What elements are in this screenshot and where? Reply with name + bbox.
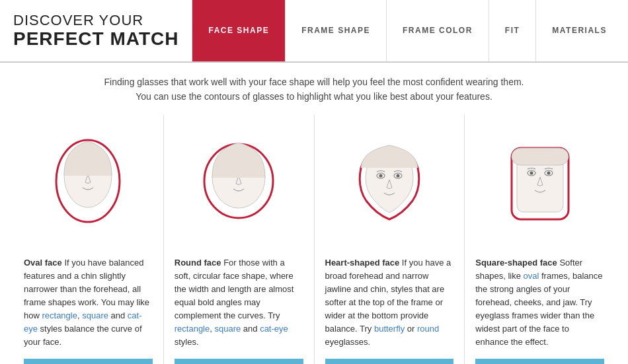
subtitle-area: Finding glasses that work well with your… bbox=[0, 63, 628, 115]
brand-area: DISCOVER YOUR PERFECT MATCH bbox=[0, 0, 192, 61]
brand-line2: PERFECT MATCH bbox=[13, 29, 178, 50]
nav-tabs: FACE SHAPEFRAME SHAPEFRAME COLORFITMATER… bbox=[192, 0, 628, 61]
heart-title: Heart-shaped face bbox=[325, 258, 400, 268]
nav-tab-frame-color[interactable]: FRAME COLOR bbox=[386, 0, 489, 61]
square-illustration bbox=[475, 115, 604, 247]
round-link-square[interactable]: square bbox=[214, 324, 241, 334]
face-col-round: Round face For those with a soft, circul… bbox=[164, 115, 314, 364]
subtitle-line1: Finding glasses that work well with your… bbox=[40, 75, 588, 89]
square-description: Square-shaped face Softer shapes, like o… bbox=[475, 256, 604, 349]
heart-find-frames-button[interactable]: FIND FRAMES bbox=[325, 359, 454, 364]
square-face-svg bbox=[497, 122, 583, 240]
heart-description: Heart-shaped face If you have a broad fo… bbox=[325, 256, 454, 349]
heart-link-butterfly[interactable]: butterfly bbox=[374, 324, 405, 334]
oval-face-svg bbox=[45, 122, 131, 240]
square-title: Square-shaped face bbox=[475, 258, 557, 268]
round-link-cat-eye[interactable]: cat-eye bbox=[260, 324, 288, 334]
oval-find-frames-button[interactable]: FIND FRAMES bbox=[24, 359, 153, 364]
round-link-rectangle[interactable]: rectangle bbox=[175, 324, 210, 334]
round-illustration bbox=[175, 115, 303, 247]
nav-tab-face-shape[interactable]: FACE SHAPE bbox=[192, 0, 285, 61]
svg-point-14 bbox=[379, 174, 382, 177]
round-title: Round face bbox=[175, 258, 221, 268]
heart-link-round[interactable]: round bbox=[417, 324, 439, 334]
face-col-oval: Oval face If you have balanced features … bbox=[13, 115, 163, 364]
round-find-frames-button[interactable]: FIND FRAMES bbox=[175, 359, 303, 364]
nav-tab-fit[interactable]: FIT bbox=[489, 0, 536, 61]
subtitle-line2: You can use the contours of glasses to h… bbox=[40, 89, 588, 104]
oval-link-rectangle[interactable]: rectangle bbox=[42, 310, 77, 320]
round-description: Round face For those with a soft, circul… bbox=[175, 256, 303, 349]
oval-description: Oval face If you have balanced features … bbox=[24, 256, 153, 349]
svg-rect-22 bbox=[512, 148, 569, 165]
round-face-svg bbox=[196, 122, 282, 240]
oval-title: Oval face bbox=[24, 258, 62, 268]
face-col-square: Square-shaped face Softer shapes, like o… bbox=[465, 115, 615, 364]
faces-grid: Oval face If you have balanced features … bbox=[0, 115, 628, 364]
oval-illustration bbox=[24, 115, 153, 247]
face-col-heart: Heart-shaped face If you have a broad fo… bbox=[315, 115, 465, 364]
square-find-frames-button[interactable]: FIND FRAMES bbox=[475, 359, 604, 364]
square-link-oval[interactable]: oval bbox=[524, 271, 539, 281]
svg-point-20 bbox=[530, 171, 533, 174]
heart-illustration bbox=[325, 115, 454, 247]
oval-link-square[interactable]: square bbox=[82, 310, 108, 320]
brand-line1: DISCOVER YOUR bbox=[13, 12, 178, 29]
nav-tab-materials[interactable]: MATERIALS bbox=[535, 0, 623, 61]
svg-point-21 bbox=[547, 171, 550, 174]
nav-tab-frame-shape[interactable]: FRAME SHAPE bbox=[285, 0, 386, 61]
top-nav: DISCOVER YOUR PERFECT MATCH FACE SHAPEFR… bbox=[0, 0, 628, 63]
heart-face-svg bbox=[346, 122, 432, 240]
svg-point-15 bbox=[396, 174, 399, 177]
